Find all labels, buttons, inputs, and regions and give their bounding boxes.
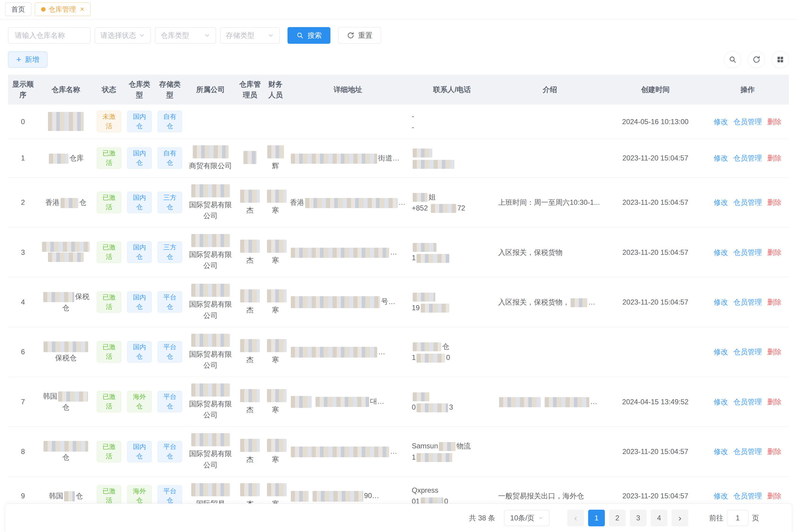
page-button-1[interactable]: 1 — [588, 510, 605, 526]
cell-finance: 寒 — [264, 327, 287, 377]
total-count: 共 38 条 — [469, 513, 495, 523]
redacted-text — [291, 396, 312, 408]
delete-link[interactable]: 删除 — [767, 298, 781, 306]
delete-link[interactable]: 删除 — [767, 492, 781, 500]
delete-link[interactable]: 删除 — [767, 248, 781, 256]
contact-line: 1 — [412, 452, 492, 463]
delete-link[interactable]: 删除 — [767, 348, 781, 356]
column-settings-button[interactable] — [772, 51, 789, 68]
redacted-text — [291, 347, 377, 358]
cell-contact: 03 — [409, 377, 495, 426]
goto-page-input[interactable] — [727, 510, 748, 526]
cell-storage-type: 自有仓 — [155, 139, 185, 177]
member-manage-link[interactable]: 仓员管理 — [733, 492, 762, 500]
redacted-text — [64, 491, 75, 501]
contact-line: 姐 — [412, 191, 492, 203]
warehouse-name-input[interactable] — [8, 27, 91, 43]
toggle-search-button[interactable] — [724, 51, 741, 68]
redacted-text — [417, 354, 445, 363]
member-manage-link[interactable]: 仓员管理 — [733, 248, 762, 256]
contact-line — [412, 291, 492, 302]
column-header: 仓库类型 — [124, 75, 155, 104]
column-header: 介绍 — [495, 75, 604, 104]
cell-warehouse-name: 仓库 — [38, 139, 94, 177]
cell-status: 已激活 — [94, 277, 124, 327]
contact-line: 仓 — [412, 341, 492, 352]
chevron-down-icon — [204, 32, 210, 39]
edit-link[interactable]: 修改 — [713, 154, 728, 162]
prev-page-button[interactable]: ‹ — [567, 510, 584, 526]
cell-intro: … — [495, 377, 604, 426]
storage-type-tag: 平台仓 — [158, 291, 182, 313]
cell-company — [185, 104, 236, 139]
cell-contact: -- — [409, 104, 495, 139]
delete-link[interactable]: 删除 — [767, 398, 781, 406]
storage-type-select[interactable]: 存储类型 — [220, 27, 280, 43]
warehouse-type-tag: 国内仓 — [127, 341, 152, 363]
reset-button[interactable]: 重置 — [338, 27, 381, 44]
member-manage-link[interactable]: 仓员管理 — [733, 118, 762, 126]
page-button-2[interactable]: 2 — [609, 510, 626, 526]
redacted-text — [42, 242, 90, 252]
plus-icon: + — [16, 55, 21, 64]
add-button[interactable]: + 新增 — [8, 52, 48, 68]
cell-intro — [495, 327, 604, 377]
status-select[interactable]: 请选择状态 — [95, 27, 151, 43]
refresh-table-button[interactable] — [748, 51, 765, 68]
tab-warehouse-management[interactable]: 仓库管理 × — [35, 2, 91, 16]
status-tag: 已激活 — [97, 192, 121, 213]
delete-link[interactable]: 删除 — [767, 154, 781, 162]
chevron-down-icon — [268, 32, 274, 39]
edit-link[interactable]: 修改 — [713, 298, 728, 306]
delete-link[interactable]: 删除 — [767, 198, 781, 206]
cell-actions: 修改仓员管理删除 — [706, 227, 789, 277]
page-button-4[interactable]: 4 — [651, 510, 667, 526]
contact-line — [412, 147, 492, 158]
contact-line: 19 — [412, 302, 492, 313]
warehouse-type-select[interactable]: 仓库类型 — [155, 27, 216, 43]
warehouse-type-tag: 国内仓 — [127, 242, 152, 263]
add-button-label: 新增 — [25, 55, 39, 64]
redacted-text — [267, 190, 287, 203]
storage-type-placeholder: 存储类型 — [226, 31, 254, 40]
next-page-button[interactable]: › — [672, 510, 688, 526]
edit-link[interactable]: 修改 — [713, 248, 728, 256]
member-manage-link[interactable]: 仓员管理 — [733, 298, 762, 306]
cell-warehouse-name — [38, 104, 94, 139]
cell-manager: 杰 — [236, 426, 264, 476]
cell-created-time: 2023-11-20 15:04:57 — [604, 177, 706, 227]
member-manage-link[interactable]: 仓员管理 — [733, 198, 762, 206]
status-tag: 已激活 — [97, 147, 121, 169]
edit-link[interactable]: 修改 — [713, 398, 728, 406]
close-tab-icon[interactable]: × — [80, 6, 84, 13]
delete-link[interactable]: 删除 — [767, 118, 781, 126]
cell-warehouse-type: 海外仓 — [124, 377, 155, 426]
edit-link[interactable]: 修改 — [713, 198, 728, 206]
redacted-text — [267, 145, 284, 158]
table-row: 4保税仓已激活国内仓平台仓国际贸易有限公司杰寒号…19入区报关，保税货物，…20… — [8, 277, 789, 327]
edit-link[interactable]: 修改 — [713, 118, 728, 126]
cell-address: 대… — [287, 377, 409, 426]
search-button[interactable]: 搜索 — [288, 27, 330, 44]
redacted-text — [49, 154, 69, 164]
redacted-text — [48, 112, 84, 131]
warehouse-type-tag: 国内仓 — [127, 192, 152, 213]
member-manage-link[interactable]: 仓员管理 — [733, 448, 762, 455]
cell-actions: 修改仓员管理删除 — [706, 426, 789, 476]
member-manage-link[interactable]: 仓员管理 — [733, 348, 762, 356]
page-button-3[interactable]: 3 — [630, 510, 647, 526]
member-manage-link[interactable]: 仓员管理 — [733, 154, 762, 162]
goto-suffix: 页 — [752, 513, 759, 523]
edit-link[interactable]: 修改 — [713, 492, 728, 500]
redacted-text — [193, 145, 229, 158]
member-manage-link[interactable]: 仓员管理 — [733, 398, 762, 406]
goto-label: 前往 — [709, 513, 723, 523]
edit-link[interactable]: 修改 — [713, 448, 728, 455]
page-size-select[interactable]: 10条/页 — [504, 510, 549, 526]
edit-link[interactable]: 修改 — [713, 348, 728, 356]
delete-link[interactable]: 删除 — [767, 448, 781, 455]
redacted-text — [267, 483, 287, 496]
cell-created-time: 2024-05-16 10:13:00 — [604, 104, 706, 139]
cell-display-order: 6 — [8, 327, 38, 377]
tab-home[interactable]: 首页 — [5, 2, 31, 16]
